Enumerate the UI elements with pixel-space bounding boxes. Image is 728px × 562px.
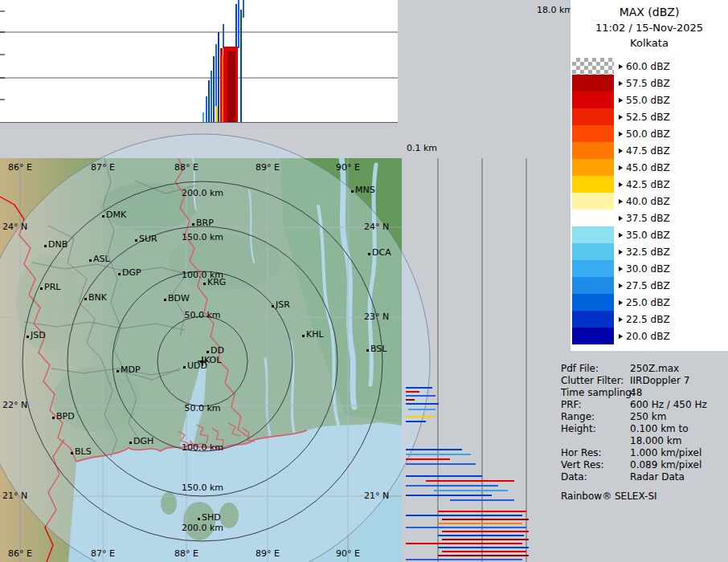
legend-swatch xyxy=(572,108,614,125)
software-brand-label: Rainbow® SELEX-SI xyxy=(561,491,726,503)
legend-entry: 45.0 dBZ xyxy=(571,159,728,176)
info-row-value: 0.100 km to xyxy=(630,423,689,435)
legend-entry-label: 25.0 dBZ xyxy=(626,297,670,308)
legend-entry: 32.5 dBZ xyxy=(571,243,728,260)
legend-swatch xyxy=(572,243,614,260)
legend-tick-icon xyxy=(619,267,623,271)
legend-tick-icon xyxy=(619,199,623,204)
legend-swatch xyxy=(572,176,614,193)
legend-entry: 60.0 dBZ xyxy=(571,58,728,75)
legend-entry: 30.0 dBZ xyxy=(571,260,728,277)
legend-entry-label: 40.0 dBZ xyxy=(626,196,670,207)
legend-entry-label: 45.0 dBZ xyxy=(626,162,670,173)
legend-swatch xyxy=(572,260,614,277)
info-row-label: Height: xyxy=(561,423,630,435)
legend-swatch xyxy=(572,328,614,344)
legend-entry-label: 55.0 dBZ xyxy=(626,95,670,106)
legend-tick-icon xyxy=(619,149,623,153)
legend-entry-label: 57.5 dBZ xyxy=(626,78,670,89)
product-info-rows: Pdf File:250Z.maxClutter Filter:IIRDoppl… xyxy=(561,363,726,483)
map-panel xyxy=(0,158,402,562)
profile-bottom-height-label: 0.1 km xyxy=(407,143,437,153)
info-row: Vert Res:0.089 km/pixel xyxy=(561,459,726,471)
legend-tick-icon xyxy=(619,132,623,136)
legend-tick-icon xyxy=(619,216,623,221)
info-row: 18.000 km xyxy=(561,435,726,447)
legend-entry-label: 35.0 dBZ xyxy=(626,230,670,241)
legend-swatch xyxy=(572,58,614,75)
legend-tick-icon xyxy=(619,64,623,69)
legend-datetime: 11:02 / 15-Nov-2025 xyxy=(571,22,728,34)
legend-tick-icon xyxy=(619,165,623,170)
info-row: Data:Radar Data xyxy=(561,471,726,483)
legend-swatch xyxy=(572,193,614,210)
info-row-value: Radar Data xyxy=(630,471,685,483)
legend-entry-label: 37.5 dBZ xyxy=(626,213,670,224)
info-row: Height:0.100 km to xyxy=(561,423,726,435)
legend-entry: 27.5 dBZ xyxy=(571,277,728,294)
legend-color-scale: 60.0 dBZ57.5 dBZ55.0 dBZ52.5 dBZ50.0 dBZ… xyxy=(571,58,728,344)
info-row: Pdf File:250Z.max xyxy=(561,363,726,375)
legend-entry-label: 20.0 dBZ xyxy=(626,331,670,342)
legend-tick-icon xyxy=(619,115,623,120)
legend-entry-label: 50.0 dBZ xyxy=(626,128,670,140)
legend-entry-label: 27.5 dBZ xyxy=(626,280,670,291)
legend-panel: MAX (dBZ) 11:02 / 15-Nov-2025 Kolkata 60… xyxy=(571,0,728,351)
info-row-label: Data: xyxy=(561,471,630,483)
legend-entry-label: 30.0 dBZ xyxy=(626,263,670,275)
legend-swatch xyxy=(572,210,614,226)
side-profile-art xyxy=(402,158,530,562)
legend-entry-label: 60.0 dBZ xyxy=(626,61,670,72)
info-row-value: IIRDoppler 7 xyxy=(630,375,689,387)
profile-top-height-label: 18.0 km xyxy=(537,5,573,15)
legend-tick-icon xyxy=(619,317,623,322)
legend-swatch xyxy=(572,125,614,142)
info-row-label: Hor Res: xyxy=(561,447,630,459)
info-row: PRF:600 Hz / 450 Hz xyxy=(561,399,726,411)
legend-entry-label: 52.5 dBZ xyxy=(626,112,670,123)
legend-entry: 37.5 dBZ xyxy=(571,210,728,226)
info-row-value: 48 xyxy=(630,387,642,399)
legend-entry: 52.5 dBZ xyxy=(571,108,728,125)
height-gridlines xyxy=(438,158,526,562)
radar-max-display: { "window": { "bg_color": "#c9cdd2" }, "… xyxy=(0,0,728,562)
info-row-label: Time sampling: xyxy=(561,387,630,399)
legend-tick-icon xyxy=(619,233,623,238)
info-row-label xyxy=(561,435,630,447)
legend-swatch xyxy=(572,311,614,328)
legend-station: Kolkata xyxy=(571,37,728,49)
info-row-label: Clutter Filter: xyxy=(561,375,630,387)
top-profile-art xyxy=(0,0,398,122)
legend-tick-icon xyxy=(619,250,623,255)
info-row-label: PRF: xyxy=(561,399,630,411)
info-row: Range:250 km xyxy=(561,411,726,423)
top-profile-panel xyxy=(0,0,398,123)
info-row-value: 250 km xyxy=(630,411,666,423)
info-row-label: Vert Res: xyxy=(561,459,630,471)
info-row: Hor Res:1.000 km/pixel xyxy=(561,447,726,459)
legend-swatch xyxy=(572,294,614,311)
info-row-label: Pdf File: xyxy=(561,363,630,375)
info-row-value: 600 Hz / 450 Hz xyxy=(630,399,707,411)
legend-entry: 25.0 dBZ xyxy=(571,294,728,311)
legend-swatch xyxy=(572,159,614,176)
info-row-value: 0.089 km/pixel xyxy=(630,459,701,471)
legend-tick-icon xyxy=(619,81,623,86)
legend-entry: 47.5 dBZ xyxy=(571,142,728,159)
info-row-value: 18.000 km xyxy=(630,435,681,447)
legend-entry: 42.5 dBZ xyxy=(571,176,728,193)
info-row-value: 1.000 km/pixel xyxy=(630,447,701,459)
legend-tick-icon xyxy=(619,334,623,339)
legend-entry: 40.0 dBZ xyxy=(571,193,728,210)
legend-swatch xyxy=(572,92,614,108)
legend-entry: 50.0 dBZ xyxy=(571,125,728,142)
legend-entry: 20.0 dBZ xyxy=(571,328,728,344)
legend-swatch xyxy=(572,226,614,243)
legend-entry-label: 22.5 dBZ xyxy=(626,314,670,325)
top-profile-echo-art xyxy=(202,0,244,122)
legend-entry: 55.0 dBZ xyxy=(571,92,728,108)
legend-swatch xyxy=(572,142,614,159)
info-row: Clutter Filter:IIRDoppler 7 xyxy=(561,375,726,387)
legend-entry: 35.0 dBZ xyxy=(571,226,728,243)
legend-entry-label: 47.5 dBZ xyxy=(626,145,670,157)
